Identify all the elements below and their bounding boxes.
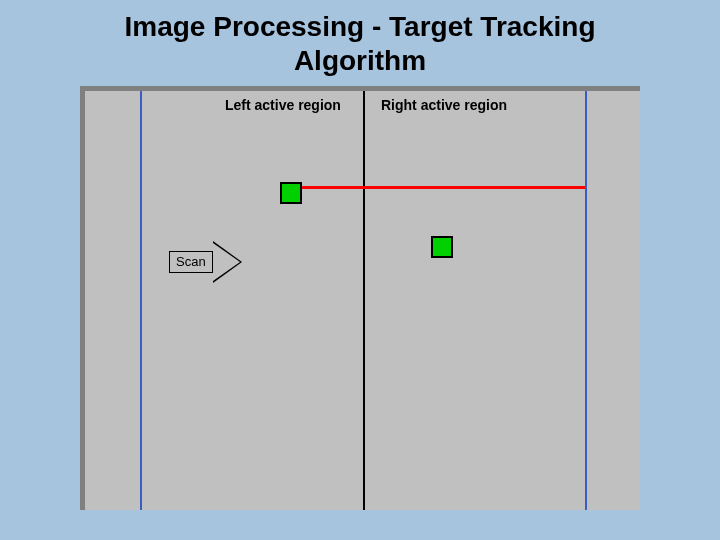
right-region-label: Right active region — [381, 97, 507, 113]
right-target-marker — [431, 236, 453, 258]
tracking-canvas: Left active region Right active region S… — [80, 86, 640, 510]
title-line-1: Image Processing - Target Tracking — [125, 11, 596, 42]
left-blue-guideline — [140, 91, 142, 510]
center-divider — [363, 91, 365, 510]
right-blue-guideline — [585, 91, 587, 510]
scan-label: Scan — [169, 251, 213, 273]
scan-arrow: Scan — [169, 241, 242, 283]
correlation-line — [295, 186, 585, 189]
left-region-label: Left active region — [225, 97, 341, 113]
left-target-marker — [280, 182, 302, 204]
arrow-head-fill — [213, 243, 240, 281]
page-title: Image Processing - Target Tracking Algor… — [0, 10, 720, 77]
title-line-2: Algorithm — [294, 45, 426, 76]
